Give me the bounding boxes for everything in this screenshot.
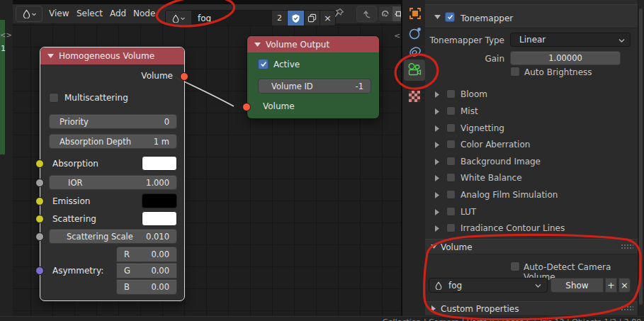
volume-panel-title: Volume	[441, 242, 473, 252]
tab-physics-properties[interactable]	[407, 26, 423, 41]
panel-expand-icon[interactable]	[431, 244, 437, 249]
panel-collapse-icon[interactable]	[431, 305, 436, 312]
camera-volume-dropdown[interactable]: fog	[429, 278, 548, 293]
multiscattering-checkbox[interactable]	[49, 93, 59, 103]
asymmetry-b-field[interactable]: B 0.00	[116, 279, 177, 295]
panel-header-lut[interactable]: LUT	[461, 207, 476, 217]
r-value: 0.00	[151, 249, 169, 259]
auto-brightness-label: Auto Brightness	[524, 67, 592, 77]
panel-header-color-aberration[interactable]: Color Aberration	[461, 140, 530, 150]
color-aberration-checkbox[interactable]	[446, 140, 456, 149]
panel-collapse-icon[interactable]	[435, 192, 439, 198]
panel-collapse-icon[interactable]	[435, 209, 439, 215]
scattering-scale-slider[interactable]: Scattering Scale 0.010	[49, 229, 177, 244]
tab-camera-data-active[interactable]	[404, 60, 425, 81]
panel-expand-icon[interactable]	[434, 15, 441, 19]
scattering-color-swatch[interactable]	[142, 211, 177, 226]
panel-header-vignetting[interactable]: Vignetting	[461, 123, 504, 133]
analog-film-checkbox[interactable]	[446, 190, 456, 199]
panel-collapse-icon[interactable]	[435, 108, 439, 115]
white-balance-checkbox[interactable]	[446, 173, 456, 182]
node-homogeneous-volume[interactable]: Homogeneous Volume Volume Multiscatterin…	[40, 47, 185, 301]
asymmetry-g-field[interactable]: G 0.00	[116, 263, 177, 278]
panel-collapse-icon[interactable]	[435, 225, 439, 232]
emission-color-swatch[interactable]	[142, 193, 177, 208]
panel-header-analog-film[interactable]: Analog Film Simulation	[461, 190, 558, 200]
show-volume-button[interactable]: Show	[550, 278, 604, 293]
collapse-triangle-icon[interactable]	[47, 54, 54, 58]
panel-header-background-image[interactable]: Background Image	[461, 157, 541, 167]
scattering-scale-value: 0.010	[146, 232, 169, 242]
mist-checkbox[interactable]	[446, 106, 456, 116]
socket-volume-output[interactable]	[180, 72, 188, 81]
volume-id-label: Volume ID	[266, 81, 313, 91]
node-header[interactable]: Volume Output	[247, 36, 379, 52]
socket-ior[interactable]	[35, 179, 44, 187]
scattering-label: Scattering	[52, 214, 96, 224]
bloom-checkbox[interactable]	[446, 89, 456, 98]
status-bar: Collection | Camera | Verts:8 | Faces:6 …	[0, 316, 644, 321]
properties-scrollbar-thumb[interactable]	[639, 9, 643, 305]
panel-collapse-icon[interactable]	[435, 142, 439, 148]
panel-header-white-balance[interactable]: White Balance	[461, 173, 522, 183]
custom-properties-panel-header[interactable]: Custom Properties	[425, 301, 638, 316]
tab-texture-properties[interactable]	[409, 91, 420, 102]
b-label: B	[124, 282, 130, 292]
panel-drag-handle[interactable]	[621, 244, 633, 249]
tonemapper-panel-header[interactable]: Tonemapper	[425, 4, 638, 28]
droplet-icon	[434, 281, 443, 290]
region-split-chevrons[interactable]: <>	[0, 31, 12, 39]
output-label: Volume	[141, 71, 173, 81]
auto-detect-camera-volume-checkbox[interactable]	[510, 261, 520, 271]
panel-collapse-icon[interactable]	[435, 159, 439, 165]
tab-constraints-properties[interactable]	[407, 44, 423, 60]
socket-absorption[interactable]	[35, 159, 44, 168]
gain-value: 1.00000	[548, 53, 582, 63]
absorption-depth-slider[interactable]: Absorption Depth 1 m	[49, 134, 177, 149]
collapse-triangle-icon[interactable]	[254, 43, 261, 47]
ior-slider[interactable]: IOR 1.000	[49, 175, 177, 190]
socket-scattering-scale[interactable]	[35, 232, 44, 241]
ior-value: 1.000	[146, 178, 169, 188]
lut-checkbox[interactable]	[446, 207, 456, 216]
socket-emission[interactable]	[35, 197, 44, 205]
background-image-checkbox[interactable]	[446, 157, 456, 166]
panel-collapse-icon[interactable]	[435, 91, 439, 98]
node-volume-output[interactable]: Volume Output Active Volume ID -1 Volume	[247, 35, 380, 119]
vignetting-checkbox[interactable]	[446, 123, 456, 133]
panel-collapse-icon[interactable]	[435, 125, 439, 132]
chevron-down-icon	[535, 283, 541, 288]
panel-collapse-icon[interactable]	[435, 175, 439, 181]
node-editor[interactable]: View Select Add Node fog 2 ×	[13, 0, 401, 316]
auto-brightness-checkbox[interactable]	[510, 67, 520, 77]
absorption-depth-label: Absorption Depth	[57, 137, 131, 147]
irradiance-contour-checkbox[interactable]	[446, 223, 456, 232]
tab-object-properties[interactable]	[407, 6, 423, 21]
volume-panel-header[interactable]: Volume	[425, 239, 638, 254]
panel-header-bloom[interactable]: Bloom	[461, 89, 487, 99]
movie-camera-icon	[407, 62, 422, 77]
remove-volume-button[interactable]: ×	[618, 278, 631, 293]
panel-header-mist[interactable]: Mist	[461, 106, 478, 116]
asymmetry-r-field[interactable]: R 0.00	[116, 247, 177, 262]
tonemapper-type-value: Linear	[519, 35, 546, 45]
tonemapper-checkbox[interactable]	[445, 12, 455, 22]
socket-scattering[interactable]	[35, 215, 44, 223]
offscreen-node-value: 1	[1, 44, 6, 53]
panel-header-irradiance-contour[interactable]: Irradiance Contour Lines	[461, 223, 565, 233]
absorption-color-swatch[interactable]	[142, 156, 177, 171]
socket-asymmetry[interactable]	[35, 266, 44, 275]
node-header[interactable]: Homogeneous Volume	[40, 47, 184, 64]
volume-id-slider[interactable]: Volume ID -1	[258, 79, 371, 94]
panel-drag-handle[interactable]	[621, 305, 633, 311]
priority-slider[interactable]: Priority 0	[49, 114, 177, 129]
properties-editor: Tonemapper Tonemapper Type Linear Gain 1…	[425, 0, 638, 316]
add-volume-button[interactable]: +	[605, 278, 617, 293]
properties-tab-strip	[401, 0, 426, 316]
b-value: 0.00	[151, 282, 169, 292]
socket-volume-input[interactable]	[242, 103, 251, 111]
left-editor-edge: <> 1	[0, 0, 13, 316]
tonemapper-type-dropdown[interactable]: Linear	[510, 33, 631, 47]
active-checkbox[interactable]	[258, 59, 269, 69]
gain-slider[interactable]: 1.00000	[510, 51, 621, 65]
